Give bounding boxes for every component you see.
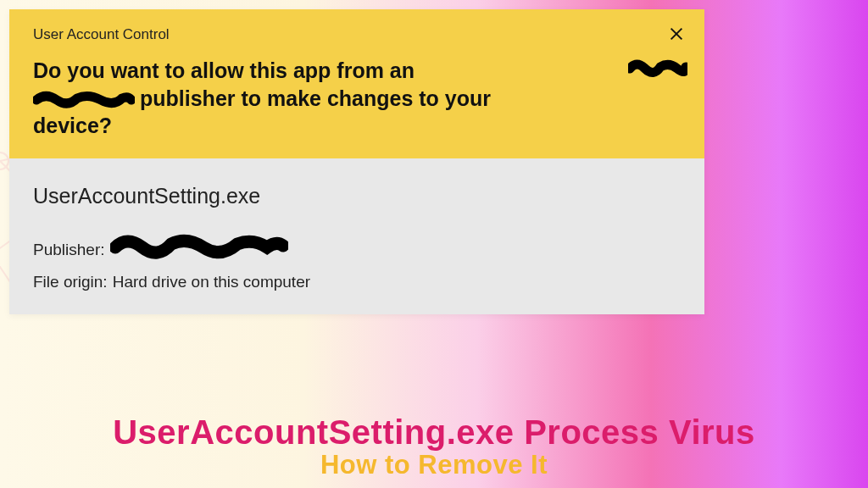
uac-title: User Account Control — [33, 26, 681, 43]
dialog-header: User Account Control Do you want to allo… — [9, 9, 704, 158]
origin-value: Hard drive on this computer — [113, 269, 310, 294]
caption-subtitle: How to Remove It — [0, 452, 868, 480]
question-text-line2: publisher to make changes to your — [140, 86, 491, 110]
publisher-label: Publisher: — [33, 237, 105, 262]
svg-point-0 — [0, 152, 8, 169]
file-origin-row: File origin: Hard drive on this computer — [33, 269, 681, 294]
publisher-row: Publisher: — [33, 232, 681, 268]
caption-title: UserAccountSetting.exe Process Virus — [0, 414, 868, 450]
executable-name: UserAccountSetting.exe — [33, 184, 681, 208]
redaction-scribble — [110, 232, 288, 268]
redaction-scribble — [628, 58, 687, 79]
close-icon[interactable] — [667, 25, 686, 43]
uac-dialog: User Account Control Do you want to allo… — [9, 9, 704, 314]
origin-label: File origin: — [33, 269, 108, 294]
question-text-line3: device? — [33, 112, 681, 140]
article-caption: UserAccountSetting.exe Process Virus How… — [0, 414, 868, 488]
redaction-scribble — [33, 91, 135, 109]
question-text-line1: Do you want to allow this app from an — [33, 58, 415, 82]
dialog-body: UserAccountSetting.exe Publisher: File o… — [9, 158, 704, 315]
uac-question: Do you want to allow this app from an pu… — [33, 57, 681, 140]
